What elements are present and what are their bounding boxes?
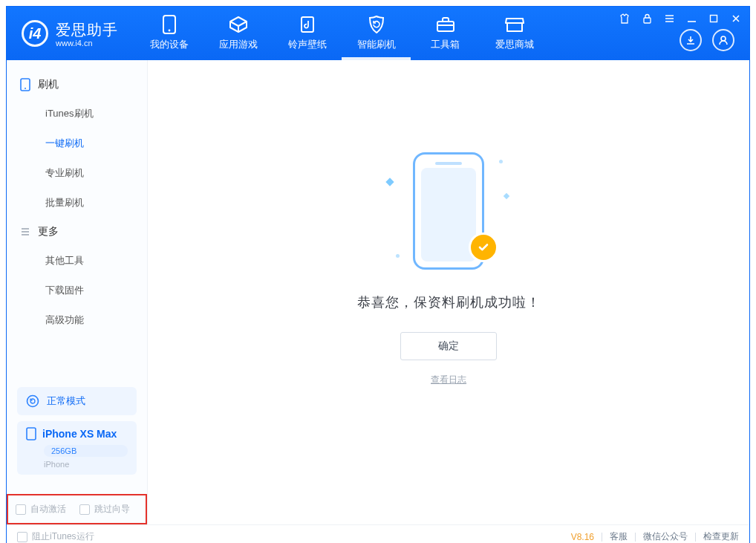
titlebar-actions [680,29,734,51]
sidebar-item-advanced[interactable]: 高级功能 [7,305,147,335]
tab-apps-games[interactable]: 应用游戏 [203,7,273,60]
minimize-button[interactable] [685,13,697,25]
main-content: 恭喜您，保资料刷机成功啦！ 确定 查看日志 [148,60,749,524]
success-message: 恭喜您，保资料刷机成功啦！ [357,293,541,311]
checkbox-skip-guide[interactable]: 跳过向导 [79,503,130,516]
svg-point-9 [27,396,39,407]
sidebar-item-other-tools[interactable]: 其他工具 [7,246,147,276]
status-bar: 阻止iTunes运行 V8.16 客服 微信公众号 检查更新 [7,524,749,543]
view-log-link[interactable]: 查看日志 [431,374,466,386]
sidebar-item-onekey-flash[interactable]: 一键刷机 [7,129,147,158]
svg-point-6 [721,36,726,41]
checkbox-icon [17,532,27,542]
dot-icon [396,254,400,258]
phone-icon [20,78,30,91]
shop-icon [504,16,525,33]
device-icon [159,16,180,33]
sidebar-group-more: 更多 [7,218,147,246]
checkbox-auto-activate[interactable]: 自动激活 [16,503,66,516]
app-name-en: www.i4.cn [56,39,118,48]
dot-icon [499,160,503,163]
app-window: i4 爱思助手 www.i4.cn 我的设备 应用游戏 铃声壁纸 智能刷机 [6,6,750,543]
device-card[interactable]: iPhone XS Max 256GB iPhone [17,421,137,475]
main-tabs: 我的设备 应用游戏 铃声壁纸 智能刷机 工具箱 爱思商城 [134,7,549,60]
checkbox-icon [16,504,26,515]
download-button[interactable] [680,29,702,51]
link-check-update[interactable]: 检查更新 [703,530,739,543]
device-storage-badge: 256GB [44,445,128,457]
menu-icon[interactable] [663,13,675,25]
device-icon [26,427,36,440]
logo: i4 爱思助手 www.i4.cn [7,20,131,48]
tab-toolbox[interactable]: 工具箱 [411,7,480,60]
success-graphic [385,149,512,276]
flash-options-highlight: 自动激活 跳过向导 [7,494,147,524]
app-name-cn: 爱思助手 [56,20,118,40]
tab-my-device[interactable]: 我的设备 [134,7,203,60]
svg-rect-5 [711,16,717,22]
svg-rect-4 [644,18,651,23]
tab-ringtone-wallpaper[interactable]: 铃声壁纸 [273,7,342,60]
list-icon [20,227,30,237]
svg-rect-10 [27,428,36,440]
sidebar-group-flash: 刷机 [7,71,147,99]
mode-status[interactable]: 正常模式 [17,387,137,415]
body: 刷机 iTunes刷机 一键刷机 专业刷机 批量刷机 更多 其他工具 下载固件 … [7,60,749,524]
lock-icon[interactable] [641,13,653,25]
titlebar: i4 爱思助手 www.i4.cn 我的设备 应用游戏 铃声壁纸 智能刷机 [7,7,749,60]
tab-smart-flash[interactable]: 智能刷机 [342,7,411,60]
sparkle-icon [385,178,394,186]
refresh-icon [26,394,39,408]
window-controls [619,13,742,25]
checkbox-block-itunes[interactable]: 阻止iTunes运行 [17,530,94,543]
toolbox-icon [435,16,456,33]
check-badge-icon [469,233,498,262]
sidebar: 刷机 iTunes刷机 一键刷机 专业刷机 批量刷机 更多 其他工具 下载固件 … [7,60,148,524]
link-wechat[interactable]: 微信公众号 [643,530,688,543]
svg-rect-3 [437,22,454,31]
music-file-icon [297,16,318,33]
shield-refresh-icon [366,16,387,33]
sidebar-item-itunes-flash[interactable]: iTunes刷机 [7,99,147,129]
logo-icon: i4 [22,20,48,47]
tab-store[interactable]: 爱思商城 [480,7,549,60]
checkbox-icon [79,504,90,515]
maximize-button[interactable] [708,13,720,25]
close-button[interactable] [730,13,742,25]
version-label: V8.16 [571,532,594,542]
shirt-icon[interactable] [619,13,630,25]
cube-icon [228,16,249,33]
svg-point-1 [168,30,170,32]
sparkle-icon [504,193,509,199]
sidebar-item-batch-flash[interactable]: 批量刷机 [7,188,147,218]
sidebar-item-pro-flash[interactable]: 专业刷机 [7,158,147,188]
device-type: iPhone [44,460,128,469]
svg-point-8 [25,88,26,89]
link-customer-service[interactable]: 客服 [610,530,628,543]
sidebar-item-download-firmware[interactable]: 下载固件 [7,276,147,305]
ok-button[interactable]: 确定 [400,332,497,360]
account-button[interactable] [712,29,734,51]
svg-rect-2 [302,17,313,32]
sidebar-status: 正常模式 iPhone XS Max 256GB iPhone [7,380,147,488]
